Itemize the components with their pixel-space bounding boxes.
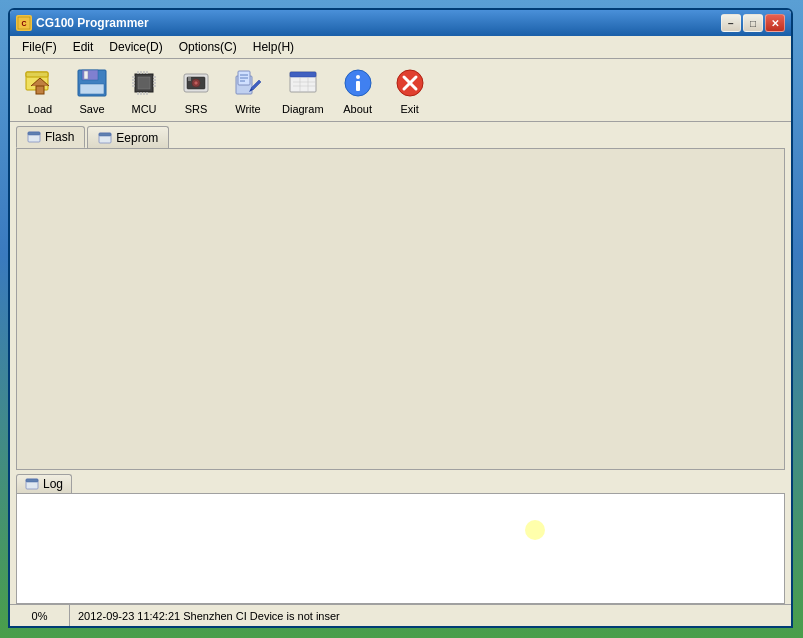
svg-rect-7 [84,71,88,79]
window-controls: − □ ✕ [721,14,785,32]
load-icon [22,65,58,101]
minimize-button[interactable]: − [721,14,741,32]
mcu-label: MCU [131,103,156,115]
menu-file[interactable]: File(F) [14,38,65,56]
status-message: 2012-09-23 11:42:21 Shenzhen CI Device i… [78,610,340,622]
svg-point-30 [194,81,198,85]
diagram-icon [285,65,321,101]
log-tab[interactable]: Log [16,474,72,493]
exit-label: Exit [400,103,418,115]
diagram-button[interactable]: Diagram [276,63,330,117]
status-bar: 0% 2012-09-23 11:42:21 Shenzhen CI Devic… [10,604,791,626]
exit-button[interactable]: Exit [386,63,434,117]
about-icon [340,65,376,101]
about-button[interactable]: About [334,63,382,117]
toolbar: Load Save [10,59,791,122]
tab-flash[interactable]: Flash [16,126,85,148]
menu-bar: File(F) Edit Device(D) Options(C) Help(H… [10,36,791,59]
main-tabs: Flash Eeprom [10,122,791,148]
svg-rect-39 [290,72,316,77]
svg-rect-3 [26,72,48,77]
flash-tab-label: Flash [45,130,74,144]
eeprom-tab-icon [98,131,112,145]
svg-rect-53 [99,133,111,136]
srs-label: SRS [185,103,208,115]
log-tab-label: Log [43,477,63,491]
message-section: 2012-09-23 11:42:21 Shenzhen CI Device i… [70,605,791,626]
save-label: Save [79,103,104,115]
mcu-button[interactable]: MCU [120,63,168,117]
diagram-label: Diagram [282,103,324,115]
menu-edit[interactable]: Edit [65,38,102,56]
about-label: About [343,103,372,115]
svg-rect-46 [356,81,360,91]
main-window: C CG100 Programmer − □ ✕ File(F) Edit De… [8,8,793,628]
svg-rect-8 [80,84,104,94]
srs-button[interactable]: SRS [172,63,220,117]
content-area: Flash Eeprom Log [10,122,791,604]
svg-rect-4 [36,86,44,94]
srs-icon [178,65,214,101]
svg-rect-55 [26,479,38,482]
close-button[interactable]: ✕ [765,14,785,32]
window-title: CG100 Programmer [36,16,721,30]
save-button[interactable]: Save [68,63,116,117]
app-icon: C [16,15,32,31]
write-label: Write [235,103,260,115]
svg-rect-10 [138,77,150,89]
menu-help[interactable]: Help(H) [245,38,302,56]
svg-text:C: C [21,20,26,27]
mcu-icon [126,65,162,101]
progress-section: 0% [10,605,70,626]
log-section: Log [16,474,785,604]
log-tab-icon [25,477,39,491]
write-icon [230,65,266,101]
write-button[interactable]: Write [224,63,272,117]
main-panel [16,148,785,470]
maximize-button[interactable]: □ [743,14,763,32]
flash-tab-icon [27,130,41,144]
title-bar: C CG100 Programmer − □ ✕ [10,10,791,36]
svg-rect-51 [28,132,40,135]
menu-device[interactable]: Device(D) [101,38,170,56]
exit-icon [392,65,428,101]
menu-options[interactable]: Options(C) [171,38,245,56]
progress-text: 0% [32,610,48,622]
load-button[interactable]: Load [16,63,64,117]
tab-eeprom[interactable]: Eeprom [87,126,169,148]
load-label: Load [28,103,52,115]
save-icon [74,65,110,101]
eeprom-tab-label: Eeprom [116,131,158,145]
log-content [16,493,785,604]
svg-point-45 [356,75,360,79]
